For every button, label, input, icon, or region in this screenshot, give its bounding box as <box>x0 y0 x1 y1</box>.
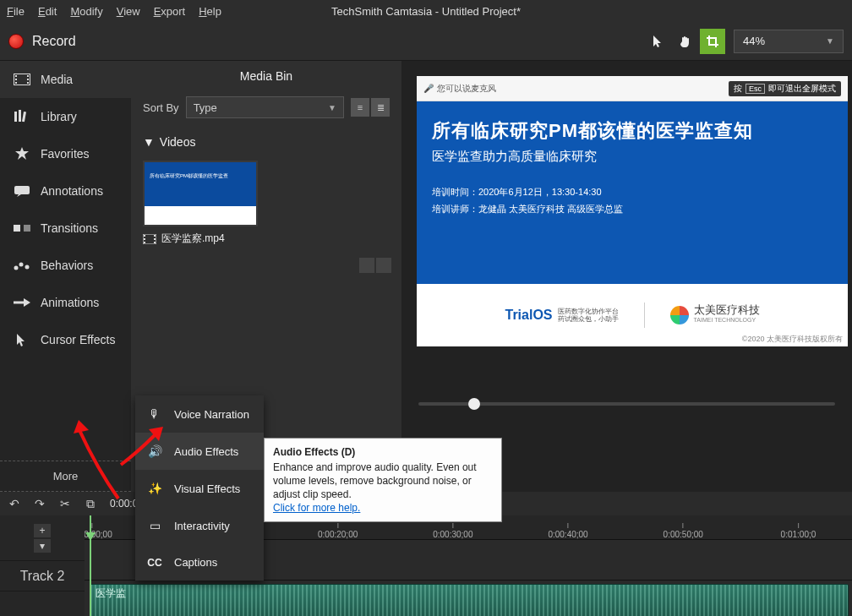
record-button[interactable]: Record <box>8 34 76 49</box>
popup-label: Interactivity <box>174 520 230 532</box>
sidebar-item-label: Animations <box>41 296 99 309</box>
sidebar-item-animations[interactable]: Animations <box>0 284 131 321</box>
more-button[interactable]: More <box>0 461 131 492</box>
menu-file[interactable]: File <box>7 5 25 18</box>
svg-rect-11 <box>14 225 20 232</box>
sort-ascending-icon[interactable]: ≡ <box>351 98 369 117</box>
sort-label: Sort By <box>143 101 179 114</box>
cursor-tool[interactable] <box>646 29 671 54</box>
sidebar-item-cursor-effects[interactable]: Cursor Effects <box>0 321 131 358</box>
main-area: Media Library Favorites Annotations Tran… <box>0 61 852 492</box>
svg-rect-8 <box>19 110 21 122</box>
panel-title: Media Bin <box>131 61 401 91</box>
captions-icon: CC <box>145 557 164 569</box>
svg-rect-10 <box>14 186 30 194</box>
popup-label: Captions <box>174 556 217 569</box>
slide-meta-speaker: 培训讲师：龙健晶 太美医疗科技 高级医学总监 <box>432 200 833 217</box>
menu-modify[interactable]: Modify <box>70 5 102 18</box>
clip-filename: 医学监察.mp4 <box>161 232 225 246</box>
speaker-icon: 🔊 <box>145 444 164 458</box>
timeline-track-headers: + ▾ Track 2 <box>0 515 85 616</box>
timeline-track-2[interactable]: 医学监 <box>85 580 852 616</box>
timeline-clip[interactable]: 医学监 <box>90 584 849 616</box>
ruler-tick: 0:00:30;00 <box>433 523 472 539</box>
tooltip-audio-effects: Audio Effects (D) Enhance and improve au… <box>264 438 502 522</box>
canvas-area: 🎤 您可以说麦克风 按 Esc 即可退出全屏模式 所有临床研究PM都该懂的医学监… <box>401 61 852 492</box>
add-track-button[interactable]: + <box>34 524 51 537</box>
track-options-button[interactable]: ▾ <box>34 539 51 553</box>
mic-icon: 🎤 <box>423 84 434 93</box>
svg-rect-22 <box>154 242 156 243</box>
svg-rect-3 <box>15 82 17 84</box>
slide-subtitle: 医学监查助力高质量临床研究 <box>432 149 833 165</box>
preview-canvas[interactable]: 🎤 您可以说麦克风 按 Esc 即可退出全屏模式 所有临床研究PM都该懂的医学监… <box>417 76 848 346</box>
sidebar-item-annotations[interactable]: Annotations <box>0 172 131 210</box>
menu-help[interactable]: Help <box>199 5 221 18</box>
cut-button[interactable]: ✂ <box>56 494 74 513</box>
svg-point-13 <box>14 266 19 270</box>
popup-captions[interactable]: CC Captions <box>135 544 264 581</box>
menu-view[interactable]: View <box>117 5 140 18</box>
menu-edit[interactable]: Edit <box>38 5 57 18</box>
sidebar-item-label: Media <box>41 73 73 86</box>
scrubber-knob[interactable] <box>468 398 480 410</box>
behaviors-icon <box>14 259 30 272</box>
sidebar-item-transitions[interactable]: Transitions <box>0 210 131 247</box>
slide-meta-time: 培训时间：2020年6月12日，13:30-14:30 <box>432 183 833 200</box>
popup-voice-narration[interactable]: 🎙 Voice Narration <box>135 395 264 433</box>
waveform <box>90 585 848 616</box>
chevron-down-icon: ▼ <box>328 103 336 112</box>
window-title: TechSmith Camtasia - Untitled Project* <box>331 5 521 18</box>
popup-interactivity[interactable]: ▭ Interactivity <box>135 507 264 544</box>
crop-tool[interactable] <box>700 29 725 54</box>
svg-rect-4 <box>27 75 29 77</box>
zoom-select[interactable]: 44% ▼ <box>734 30 844 53</box>
playhead[interactable] <box>90 515 91 616</box>
brand-taimei: 太美医疗科技 TAIMEI TECHNOLOGY <box>670 305 760 325</box>
sidebar-item-library[interactable]: Library <box>0 98 131 135</box>
star-icon <box>14 147 30 161</box>
svg-point-15 <box>25 265 30 270</box>
sidebar-item-label: Annotations <box>41 184 103 198</box>
undo-button[interactable]: ↶ <box>5 494 24 513</box>
slide-title: 所有临床研究PM都该懂的医学监查知 <box>432 118 833 144</box>
redo-button[interactable]: ↷ <box>30 494 49 513</box>
sidebar: Media Library Favorites Annotations Tran… <box>0 61 131 492</box>
media-thumbnail[interactable]: 所有临床研究PM都该懂的医学监查 医学监察.mp4 <box>143 161 258 246</box>
popup-audio-effects[interactable]: 🔊 Audio Effects <box>135 433 264 470</box>
record-icon <box>8 34 24 49</box>
grid-view-icon[interactable] <box>359 258 374 273</box>
ruler-tick: 0:01:00;0 <box>781 523 816 539</box>
menu-export[interactable]: Export <box>154 5 186 18</box>
svg-rect-5 <box>27 79 29 80</box>
list-view-icon[interactable] <box>376 258 391 273</box>
sidebar-item-label: Behaviors <box>41 259 93 272</box>
toolbar: Record 44% ▼ <box>0 22 852 61</box>
popup-visual-effects[interactable]: ✨ Visual Effects <box>135 470 264 507</box>
wand-icon: ✨ <box>145 482 164 495</box>
svg-rect-12 <box>24 225 30 232</box>
view-toggle[interactable] <box>359 258 391 273</box>
svg-rect-2 <box>15 79 17 80</box>
section-videos[interactable]: ▼ Videos <box>131 128 401 155</box>
copy-button[interactable]: ⧉ <box>81 494 100 513</box>
chevron-down-icon: ▼ <box>143 135 155 149</box>
tooltip-body: Enhance and improve audio quality. Even … <box>273 461 477 500</box>
sort-select[interactable]: Type ▼ <box>186 96 344 118</box>
sidebar-item-label: Transitions <box>41 221 98 235</box>
sidebar-item-label: Favorites <box>41 147 90 161</box>
tooltip-help-link[interactable]: Click for more help. <box>273 502 360 514</box>
track-header-2[interactable]: Track 2 <box>0 561 85 591</box>
media-icon <box>14 73 30 86</box>
hand-tool[interactable] <box>673 29 698 54</box>
preview-scrubber[interactable] <box>418 402 835 406</box>
fs-pre: 按 <box>734 83 742 95</box>
sidebar-item-media[interactable]: Media <box>0 61 131 98</box>
copyright: ©2020 太美医疗科技版权所有 <box>742 334 843 345</box>
sidebar-item-behaviors[interactable]: Behaviors <box>0 247 131 284</box>
sidebar-item-favorites[interactable]: Favorites <box>0 135 131 172</box>
svg-rect-19 <box>144 242 145 243</box>
library-icon <box>14 110 30 123</box>
filmstrip-icon <box>143 234 156 244</box>
sort-descending-icon[interactable]: ≣ <box>371 98 390 117</box>
